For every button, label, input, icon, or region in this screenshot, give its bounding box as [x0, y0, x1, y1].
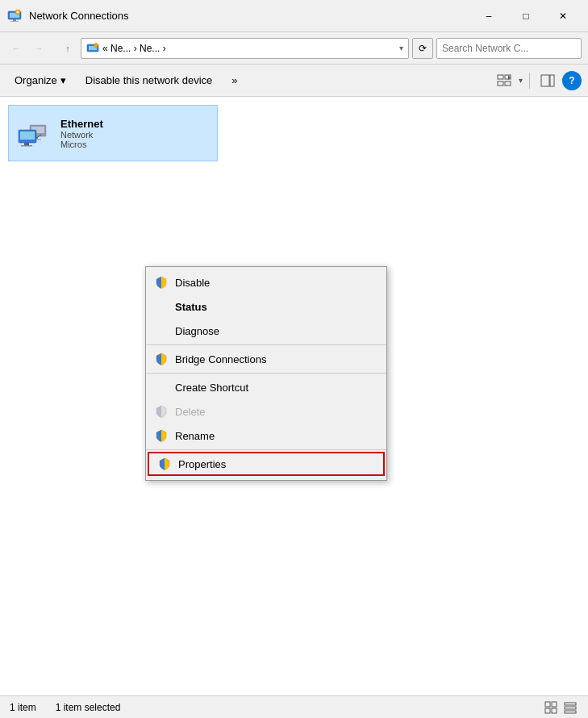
minimize-button[interactable]: – [470, 3, 507, 29]
svg-point-8 [94, 43, 98, 47]
context-menu-properties[interactable]: Properties [148, 452, 385, 476]
organize-arrow: ▾ [60, 74, 66, 86]
address-dropdown-arrow[interactable]: ▾ [399, 44, 403, 52]
context-menu-disable[interactable]: Disable [146, 270, 386, 294]
context-menu-disable-label: Disable [175, 277, 210, 289]
file-area: Ethernet Network Micros Disable Status D… [0, 97, 588, 695]
status-list-view-button[interactable] [562, 699, 578, 716]
svg-rect-3 [10, 21, 19, 22]
svg-point-5 [17, 10, 19, 13]
ethernet-line3: Micros [60, 140, 103, 149]
context-menu-bridge[interactable]: Bridge Connections [146, 347, 386, 371]
status-bar: 1 item 1 item selected [0, 695, 588, 718]
context-menu-diagnose[interactable]: Diagnose [146, 319, 386, 343]
svg-rect-11 [498, 81, 503, 86]
view-options-button[interactable] [493, 69, 515, 92]
help-button[interactable]: ? [562, 71, 582, 90]
disable-label: Disable this network device [85, 74, 213, 86]
svg-rect-26 [552, 702, 557, 707]
delete-shield-icon [154, 404, 169, 419]
ethernet-icon [15, 114, 54, 152]
address-bar[interactable]: « Ne... › Ne... › ▾ [81, 38, 409, 59]
svg-rect-27 [545, 708, 550, 713]
forward-button[interactable]: → [29, 39, 48, 58]
properties-shield-icon [157, 457, 172, 471]
item-count: 1 item [10, 702, 36, 713]
search-input[interactable] [436, 38, 582, 59]
context-menu-delete-label: Delete [175, 406, 206, 418]
status-grid-view-button[interactable] [543, 699, 559, 716]
svg-rect-29 [565, 703, 576, 705]
selected-count: 1 item selected [56, 702, 121, 713]
svg-rect-9 [498, 75, 503, 79]
context-menu-rename-label: Rename [175, 430, 215, 442]
context-menu-diagnose-label: Diagnose [175, 325, 219, 337]
ethernet-network-item[interactable]: Ethernet Network Micros [8, 105, 218, 161]
toolbar: Organize ▾ Disable this network device »… [0, 65, 588, 97]
address-icon [86, 42, 99, 55]
ethernet-line2: Network [60, 130, 103, 140]
status-bar-view-controls [543, 699, 578, 716]
context-menu-status[interactable]: Status [146, 294, 386, 319]
view-dropdown-arrow[interactable]: ▾ [519, 76, 523, 85]
svg-rect-12 [505, 81, 511, 86]
ethernet-name: Ethernet [60, 118, 103, 130]
disable-shield-icon [154, 275, 169, 290]
organize-label: Organize [15, 74, 57, 86]
svg-rect-23 [21, 145, 32, 147]
maximize-button[interactable]: □ [507, 3, 544, 29]
ethernet-info: Ethernet Network Micros [60, 118, 103, 149]
refresh-button[interactable]: ⟳ [412, 38, 433, 59]
bridge-shield-icon [154, 352, 169, 366]
context-menu-status-label: Status [175, 301, 207, 313]
more-button[interactable]: » [223, 69, 245, 92]
context-menu-divider-1 [146, 344, 386, 345]
context-menu-divider-2 [146, 373, 386, 374]
back-button[interactable]: ← [6, 39, 26, 58]
window-controls: – □ ✕ [470, 3, 582, 29]
navigation-bar: ← → ↑ « Ne... › Ne... › ▾ ⟳ [0, 32, 588, 65]
svg-rect-31 [565, 711, 576, 713]
context-menu-divider-3 [146, 449, 386, 450]
svg-rect-15 [550, 75, 554, 86]
svg-rect-30 [565, 707, 576, 709]
svg-rect-2 [13, 19, 16, 21]
context-menu: Disable Status Diagnose Bridge Connectio… [145, 266, 387, 481]
context-menu-bridge-label: Bridge Connections [175, 353, 266, 365]
svg-rect-14 [541, 75, 549, 86]
toolbar-divider [529, 73, 530, 89]
title-bar: Network Connections – □ ✕ [0, 0, 588, 32]
disable-network-button[interactable]: Disable this network device [77, 69, 221, 92]
svg-rect-22 [24, 143, 29, 145]
svg-rect-28 [552, 708, 557, 713]
svg-rect-21 [20, 131, 35, 140]
window-title: Network Connections [29, 10, 470, 22]
rename-shield-icon [154, 428, 169, 443]
organize-button[interactable]: Organize ▾ [6, 69, 74, 92]
up-button[interactable]: ↑ [58, 39, 77, 58]
spacer [52, 39, 55, 58]
context-menu-rename[interactable]: Rename [146, 424, 386, 448]
context-menu-create-shortcut-label: Create Shortcut [175, 382, 248, 394]
context-menu-create-shortcut[interactable]: Create Shortcut [146, 375, 386, 399]
app-icon [6, 8, 23, 24]
context-menu-delete[interactable]: Delete [146, 399, 386, 424]
address-text: « Ne... › Ne... › [102, 43, 396, 54]
close-button[interactable]: ✕ [544, 3, 582, 29]
context-menu-properties-label: Properties [178, 458, 226, 470]
toolbar-right: ▾ ? [493, 69, 582, 92]
svg-rect-25 [545, 702, 550, 707]
preview-pane-button[interactable] [536, 69, 559, 92]
